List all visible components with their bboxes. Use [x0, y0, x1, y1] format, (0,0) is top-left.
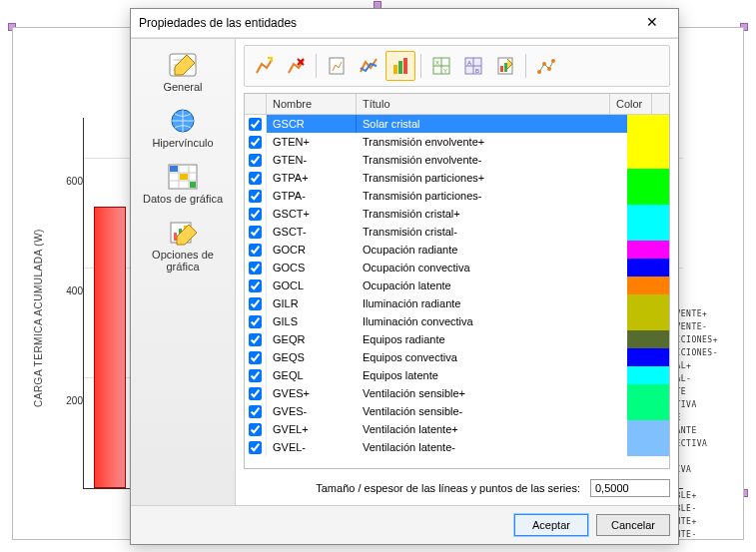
table-row[interactable]: GSCT+Transmisión cristal+ [245, 205, 669, 223]
color-swatch[interactable] [627, 151, 669, 169]
svg-rect-3 [170, 166, 178, 172]
series-size-input[interactable] [590, 479, 670, 497]
color-swatch[interactable] [627, 115, 669, 133]
table-row[interactable]: GOCROcupación radiante [245, 241, 669, 259]
color-swatch[interactable] [627, 223, 669, 241]
color-swatch[interactable] [627, 205, 669, 223]
table-row[interactable]: GTEN+Transmisión envolvente+ [245, 133, 669, 151]
col-header-name[interactable]: Nombre [267, 94, 357, 114]
row-checkbox[interactable] [249, 262, 262, 275]
row-checkbox[interactable] [249, 154, 262, 167]
color-swatch[interactable] [627, 169, 669, 187]
row-checkbox[interactable] [249, 226, 262, 239]
table-row[interactable]: GSCRSolar cristal [245, 115, 669, 133]
table-row[interactable]: GVEL-Ventilación latente- [245, 438, 669, 456]
cancel-button[interactable]: Cancelar [596, 514, 670, 536]
svg-point-24 [542, 62, 546, 66]
table-row[interactable]: GILSIluminación convectiva [245, 312, 669, 330]
row-title: Ventilación sensible- [357, 402, 627, 420]
color-swatch[interactable] [627, 384, 669, 402]
sidebar-item-label: Opciones de gráfica [152, 249, 214, 273]
color-swatch[interactable] [627, 259, 669, 276]
table-row[interactable]: GVEL+Ventilación latente+ [245, 420, 669, 438]
color-swatch[interactable] [627, 366, 669, 384]
table-row[interactable]: GOCSOcupación convectiva [245, 259, 669, 276]
svg-text:Y: Y [443, 68, 447, 74]
sidebar-item-datos-de-gráfica[interactable]: Datos de gráfica [137, 159, 229, 209]
row-checkbox[interactable] [249, 297, 262, 310]
row-checkbox[interactable] [249, 387, 262, 400]
table-row[interactable]: GTEN-Transmisión envolvente- [245, 151, 669, 169]
sidebar-item-hipervínculo[interactable]: Hipervínculo [137, 103, 229, 153]
note-chart-icon[interactable] [490, 51, 520, 81]
sidebar-item-general[interactable]: General [137, 47, 229, 97]
chart-y-ticks: 600 400 200 [53, 88, 83, 517]
row-checkbox[interactable] [249, 136, 262, 149]
row-title: Ventilación latente- [357, 438, 627, 456]
ab-grid-icon[interactable]: AB [458, 51, 488, 81]
table-row[interactable]: GOCLOcupación latente [245, 276, 669, 294]
row-title: Iluminación radiante [357, 294, 627, 312]
color-swatch[interactable] [627, 133, 669, 151]
color-swatch[interactable] [627, 294, 669, 312]
row-checkbox[interactable] [249, 172, 262, 185]
svg-point-23 [537, 70, 541, 74]
close-icon[interactable]: ✕ [634, 12, 670, 34]
table-row[interactable]: GILRIluminación radiante [245, 294, 669, 312]
row-checkbox[interactable] [249, 441, 262, 454]
chart-y-axis-label: CARGA TERMICA ACUMULADA (W) [33, 229, 44, 407]
color-swatch[interactable] [627, 438, 669, 456]
row-title: Ventilación sensible+ [357, 384, 627, 402]
line-chart-icon[interactable] [354, 51, 383, 81]
delete-series-icon[interactable] [281, 51, 311, 81]
row-checkbox[interactable] [249, 208, 262, 221]
accept-button[interactable]: Aceptar [514, 514, 588, 536]
new-series-icon[interactable] [249, 51, 279, 81]
col-header-title[interactable]: Título [357, 94, 610, 114]
row-name: GTEN+ [267, 133, 357, 151]
color-swatch[interactable] [627, 348, 669, 366]
row-checkbox[interactable] [249, 315, 262, 328]
row-name: GSCT+ [267, 205, 357, 223]
col-header-check[interactable] [245, 94, 267, 114]
xy-grid-icon[interactable]: XY [426, 51, 456, 81]
row-checkbox[interactable] [249, 351, 262, 364]
row-name: GOCL [267, 276, 357, 294]
scatter-icon[interactable] [531, 51, 561, 81]
svg-point-26 [551, 59, 555, 63]
row-name: GVEL- [267, 438, 357, 456]
color-swatch[interactable] [627, 402, 669, 420]
color-swatch[interactable] [627, 241, 669, 259]
table-row[interactable]: GEQLEquipos latente [245, 366, 669, 384]
row-checkbox[interactable] [249, 279, 262, 292]
row-checkbox[interactable] [249, 190, 262, 203]
svg-rect-21 [500, 66, 503, 72]
table-row[interactable]: GVES-Ventilación sensible- [245, 402, 669, 420]
color-swatch[interactable] [627, 187, 669, 205]
table-row[interactable]: GTPA+Transmisión particiones+ [245, 169, 669, 187]
color-swatch[interactable] [627, 312, 669, 330]
table-row[interactable]: GVES+Ventilación sensible+ [245, 384, 669, 402]
sidebar-item-opciones-de-gráfica[interactable]: Opciones de gráfica [137, 215, 229, 276]
row-checkbox[interactable] [249, 423, 262, 436]
row-checkbox[interactable] [249, 333, 262, 346]
col-header-color[interactable]: Color [610, 94, 652, 114]
row-title: Ocupación radiante [357, 241, 627, 259]
row-checkbox[interactable] [249, 369, 262, 382]
row-checkbox[interactable] [249, 405, 262, 418]
table-row[interactable]: GSCT-Transmisión cristal- [245, 223, 669, 241]
color-swatch[interactable] [627, 420, 669, 438]
table-row[interactable]: GTPA-Transmisión particiones- [245, 187, 669, 205]
sidebar-item-label: General [163, 81, 202, 93]
color-swatch[interactable] [627, 330, 669, 348]
entities-table-body[interactable]: GSCRSolar cristalGTEN+Transmisión envolv… [245, 115, 669, 468]
row-checkbox[interactable] [249, 118, 262, 131]
color-swatch[interactable] [627, 276, 669, 294]
table-row[interactable]: GEQREquipos radiante [245, 330, 669, 348]
graph-paper-icon[interactable] [322, 51, 352, 81]
row-checkbox[interactable] [249, 244, 262, 257]
dialog-titlebar[interactable]: Propiedades de las entidades ✕ [131, 9, 678, 38]
row-name: GTPA+ [267, 169, 357, 187]
bar-chart-icon[interactable] [385, 51, 415, 81]
table-row[interactable]: GEQSEquipos convectiva [245, 348, 669, 366]
